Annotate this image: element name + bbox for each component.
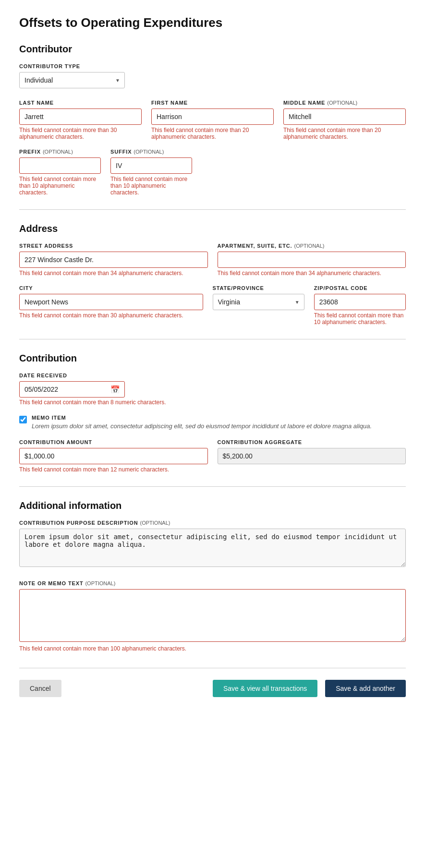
city-error: This field cannot contain more than 30 a… <box>19 312 203 319</box>
suffix-field: SUFFIX (OPTIONAL) This field cannot cont… <box>110 149 192 196</box>
suffix-input[interactable] <box>110 157 192 174</box>
street-address-row: STREET ADDRESS This field cannot contain… <box>19 243 406 277</box>
address-heading: Address <box>19 223 406 234</box>
state-select[interactable]: Virginia Alabama Alaska <box>213 294 304 310</box>
memo-item-row: MEMO ITEM Lorem ipsum dolor sit amet, co… <box>19 415 406 430</box>
street-address-error: This field cannot contain more than 34 a… <box>19 270 208 277</box>
prefix-error: This field cannot contain more than 10 a… <box>19 176 101 196</box>
prefix-label: PREFIX (OPTIONAL) <box>19 149 101 155</box>
name-row: LAST NAME This field cannot contain more… <box>19 100 406 140</box>
address-section: Address STREET ADDRESS This field cannot… <box>19 223 406 326</box>
last-name-error: This field cannot contain more than 30 a… <box>19 127 142 140</box>
contributor-type-field: CONTRIBUTOR TYPE Individual Organization… <box>19 63 406 88</box>
purpose-description-label: CONTRIBUTION PURPOSE DESCRIPTION (OPTION… <box>19 520 406 526</box>
divider-contribution-additional <box>19 486 406 487</box>
footer-actions: Cancel Save & view all transactions Save… <box>19 668 406 697</box>
contributor-section: Contributor CONTRIBUTOR TYPE Individual … <box>19 44 406 196</box>
note-memo-label: NOTE OR MEMO TEXT (OPTIONAL) <box>19 580 406 586</box>
contribution-aggregate-input <box>218 448 406 464</box>
additional-info-section: Additional information CONTRIBUTION PURP… <box>19 500 406 652</box>
apartment-input[interactable] <box>218 252 406 268</box>
street-address-field: STREET ADDRESS This field cannot contain… <box>19 243 208 277</box>
middle-name-label: MIDDLE NAME (OPTIONAL) <box>283 100 406 106</box>
city-field: CITY This field cannot contain more than… <box>19 285 203 326</box>
divider-contributor-address <box>19 209 406 210</box>
contribution-amount-input[interactable] <box>19 448 208 464</box>
prefix-field: PREFIX (OPTIONAL) This field cannot cont… <box>19 149 101 196</box>
date-received-field: DATE RECEIVED 📅 This field cannot contai… <box>19 373 406 406</box>
street-address-label: STREET ADDRESS <box>19 243 208 249</box>
note-memo-textarea[interactable] <box>19 589 406 642</box>
last-name-field: LAST NAME This field cannot contain more… <box>19 100 142 140</box>
amount-aggregate-row: CONTRIBUTION AMOUNT This field cannot co… <box>19 439 406 473</box>
suffix-label: SUFFIX (OPTIONAL) <box>110 149 192 155</box>
purpose-description-field: CONTRIBUTION PURPOSE DESCRIPTION (OPTION… <box>19 520 406 569</box>
date-received-input[interactable] <box>19 381 125 398</box>
save-view-button[interactable]: Save & view all transactions <box>213 680 317 697</box>
purpose-description-textarea[interactable]: Lorem ipsum dolor sit amet, consectetur … <box>19 529 406 567</box>
date-received-label: DATE RECEIVED <box>19 373 406 378</box>
state-field: STATE/PROVINCE Virginia Alabama Alaska <box>213 285 304 326</box>
contribution-aggregate-field: CONTRIBUTION AGGREGATE <box>218 439 406 473</box>
note-memo-field: NOTE OR MEMO TEXT (OPTIONAL) This field … <box>19 580 406 652</box>
divider-address-contribution <box>19 339 406 339</box>
zip-label: ZIP/POSTAL CODE <box>314 285 406 291</box>
zip-error: This field cannot contain more than 10 a… <box>314 312 406 326</box>
contributor-type-select-wrapper: Individual Organization Committee <box>19 72 125 88</box>
date-received-error: This field cannot contain more than 8 nu… <box>19 399 166 406</box>
contributor-type-label: CONTRIBUTOR TYPE <box>19 63 406 69</box>
prefix-suffix-row: PREFIX (OPTIONAL) This field cannot cont… <box>19 149 406 196</box>
note-memo-error: This field cannot contain more than 100 … <box>19 645 186 652</box>
apartment-field: APARTMENT, SUITE, ETC. (OPTIONAL) This f… <box>218 243 406 277</box>
first-name-error: This field cannot contain more than 20 a… <box>151 127 274 140</box>
apartment-label: APARTMENT, SUITE, ETC. (OPTIONAL) <box>218 243 406 249</box>
contribution-amount-label: CONTRIBUTION AMOUNT <box>19 439 208 445</box>
memo-item-content: MEMO ITEM Lorem ipsum dolor sit amet, co… <box>32 415 372 430</box>
first-name-label: FIRST NAME <box>151 100 274 106</box>
last-name-label: LAST NAME <box>19 100 142 106</box>
city-state-zip-row: CITY This field cannot contain more than… <box>19 285 406 326</box>
first-name-input[interactable] <box>151 108 274 125</box>
memo-item-label: MEMO ITEM <box>32 415 372 421</box>
contribution-aggregate-label: CONTRIBUTION AGGREGATE <box>218 439 406 445</box>
city-label: CITY <box>19 285 203 291</box>
city-input[interactable] <box>19 294 203 310</box>
date-received-wrapper: 📅 <box>19 381 125 398</box>
additional-info-heading: Additional information <box>19 500 406 511</box>
contribution-heading: Contribution <box>19 353 406 364</box>
middle-name-error: This field cannot contain more than 20 a… <box>283 127 406 140</box>
memo-item-checkbox[interactable] <box>19 416 27 423</box>
zip-field: ZIP/POSTAL CODE This field cannot contai… <box>314 285 406 326</box>
contribution-section: Contribution DATE RECEIVED 📅 This field … <box>19 353 406 473</box>
cancel-button[interactable]: Cancel <box>19 680 61 697</box>
save-add-button[interactable]: Save & add another <box>325 680 406 697</box>
memo-item-description: Lorem ipsum dolor sit amet, consectetur … <box>32 422 372 430</box>
contributor-type-select[interactable]: Individual Organization Committee <box>19 72 125 88</box>
zip-input[interactable] <box>314 294 406 310</box>
middle-name-field: MIDDLE NAME (OPTIONAL) This field cannot… <box>283 100 406 140</box>
middle-name-input[interactable] <box>283 108 406 125</box>
middle-name-optional: (OPTIONAL) <box>327 100 357 106</box>
contribution-amount-error: This field cannot contain more than 12 n… <box>19 466 208 473</box>
street-address-input[interactable] <box>19 252 208 268</box>
page-title: Offsets to Operating Expenditures <box>19 15 406 30</box>
prefix-input[interactable] <box>19 157 101 174</box>
apartment-error: This field cannot contain more than 34 a… <box>218 270 406 277</box>
suffix-error: This field cannot contain more than 10 a… <box>110 176 192 196</box>
contributor-heading: Contributor <box>19 44 406 55</box>
last-name-input[interactable] <box>19 108 142 125</box>
contribution-amount-field: CONTRIBUTION AMOUNT This field cannot co… <box>19 439 208 473</box>
first-name-field: FIRST NAME This field cannot contain mor… <box>151 100 274 140</box>
state-label: STATE/PROVINCE <box>213 285 304 291</box>
state-select-wrapper: Virginia Alabama Alaska <box>213 294 304 310</box>
